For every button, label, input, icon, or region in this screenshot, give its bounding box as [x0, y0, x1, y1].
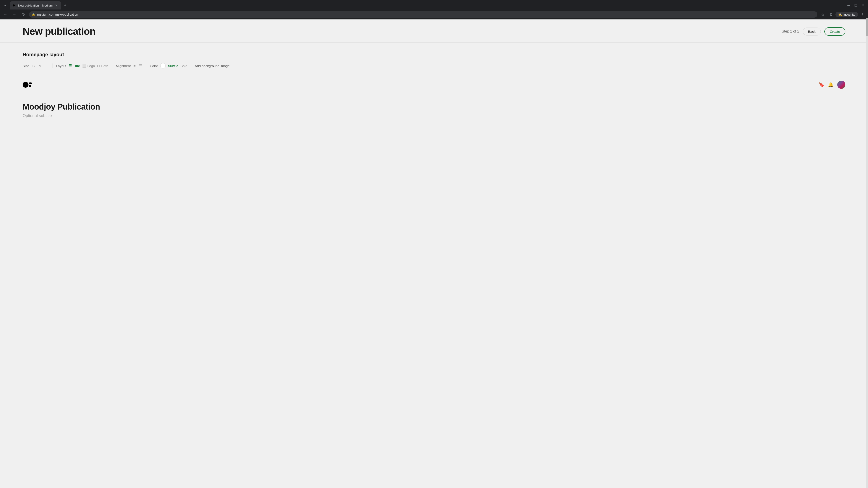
size-l[interactable]: L: [45, 64, 49, 68]
maximize-button[interactable]: ❐: [852, 2, 859, 8]
layout-logo-option[interactable]: ⬜ Logo: [82, 64, 95, 68]
layout-both-icon: ⊟: [97, 64, 100, 68]
address-bar[interactable]: 🔒 medium.com/new-publication: [29, 11, 817, 18]
layout-title-option[interactable]: ☰ Title: [68, 64, 80, 68]
create-button[interactable]: Create: [825, 27, 845, 36]
layout-both-label: Both: [101, 64, 108, 68]
reload-button[interactable]: ↻: [20, 11, 27, 18]
security-icon: 🔒: [32, 13, 35, 16]
alignment-group: Alignment ≡ ☰: [116, 63, 143, 68]
bookmark-star-button[interactable]: ☆: [819, 11, 827, 18]
add-background-button[interactable]: Add background image: [195, 64, 230, 68]
browser-toolbar-right: ☆ ⧉ 🕵 Incognito ⋮: [819, 11, 866, 18]
layout-title-label: Title: [73, 64, 80, 68]
scrollbar-thumb[interactable]: [866, 18, 868, 36]
menu-button[interactable]: ⋮: [859, 11, 866, 18]
tab-favicon: [13, 4, 16, 7]
svg-point-0: [13, 4, 15, 6]
alignment-label: Alignment: [116, 64, 131, 68]
back-nav-button[interactable]: ←: [2, 11, 9, 18]
user-avatar[interactable]: [837, 80, 845, 89]
layout-logo-label: Logo: [88, 64, 95, 68]
divider-4: [191, 64, 191, 68]
step-indicator: Step 2 of 2: [782, 29, 799, 33]
divider-3: [146, 64, 146, 68]
window-controls: ─ ❐ ✕: [845, 2, 866, 8]
divider-1: [52, 64, 53, 68]
preview-area: 🔖 🔔 Moodjoy Publication Optional subtitl…: [23, 74, 845, 123]
color-picker[interactable]: [160, 63, 166, 68]
page-header: New publication Step 2 of 2 Back Create: [0, 20, 868, 43]
align-center-icon[interactable]: ☰: [138, 63, 143, 68]
page-title: New publication: [23, 26, 95, 37]
incognito-indicator: 🕵 Incognito: [835, 12, 858, 17]
medium-logo-svg: [23, 82, 34, 88]
svg-point-3: [23, 82, 29, 88]
layout-toolbar: Size S M L Layout ☰ Title ⬜ Logo ⊟: [23, 63, 845, 68]
address-text: medium.com/new-publication: [37, 13, 815, 16]
browser-chrome: ▾ New publication – Medium ✕ + ─ ❐ ✕: [0, 0, 868, 20]
color-group: Color Subtle Bold: [150, 63, 187, 68]
svg-rect-4: [29, 83, 32, 84]
new-tab-button[interactable]: +: [62, 2, 68, 8]
color-bold[interactable]: Bold: [180, 64, 187, 68]
size-m[interactable]: M: [38, 64, 42, 68]
layout-group: Layout ☰ Title ⬜ Logo ⊟ Both: [56, 64, 108, 68]
active-tab[interactable]: New publication – Medium ✕: [10, 1, 61, 9]
svg-rect-5: [29, 85, 31, 87]
publication-title: Moodjoy Publication: [23, 102, 845, 111]
size-label: Size: [23, 64, 29, 68]
layout-title-icon: ☰: [68, 64, 72, 68]
tab-title: New publication – Medium: [18, 4, 53, 7]
incognito-label: Incognito: [843, 13, 855, 16]
publication-subtitle: Optional subtitle: [23, 113, 845, 118]
tab-close-button[interactable]: ✕: [54, 3, 58, 7]
preview-nav-right: 🔖 🔔: [819, 80, 845, 89]
back-button[interactable]: Back: [803, 28, 821, 35]
browser-titlebar: ▾ New publication – Medium ✕ + ─ ❐ ✕: [0, 0, 868, 9]
layout-logo-icon: ⬜: [82, 64, 86, 68]
section-title: Homepage layout: [23, 52, 845, 58]
browser-controls-left: ▾: [2, 2, 8, 8]
svg-rect-1: [15, 4, 16, 5]
incognito-icon: 🕵: [838, 13, 842, 16]
forward-nav-button[interactable]: →: [11, 11, 18, 18]
preview-bell-icon[interactable]: 🔔: [828, 82, 834, 88]
minimize-button[interactable]: ─: [845, 2, 852, 8]
header-right: Step 2 of 2 Back Create: [782, 27, 845, 36]
browser-scrollbar[interactable]: [866, 18, 868, 488]
preview-bookmark-icon[interactable]: 🔖: [819, 82, 825, 88]
split-screen-button[interactable]: ⧉: [827, 11, 835, 18]
layout-both-option[interactable]: ⊟ Both: [97, 64, 108, 68]
medium-logo: [23, 82, 34, 88]
page-content: Homepage layout Size S M L Layout ☰ Titl…: [0, 43, 868, 139]
color-subtle[interactable]: Subtle: [168, 64, 178, 68]
tab-list-button[interactable]: ▾: [2, 2, 8, 8]
close-button[interactable]: ✕: [860, 2, 866, 8]
publication-content: Moodjoy Publication Optional subtitle: [23, 91, 845, 118]
tab-strip: New publication – Medium ✕ +: [10, 1, 845, 9]
preview-navbar: 🔖 🔔: [23, 78, 845, 91]
divider-2: [112, 64, 112, 68]
layout-label: Layout: [56, 64, 66, 68]
svg-rect-2: [15, 6, 16, 6]
color-label: Color: [150, 64, 158, 68]
size-s[interactable]: S: [31, 64, 35, 68]
page: New publication Step 2 of 2 Back Create …: [0, 20, 868, 488]
browser-toolbar: ← → ↻ 🔒 medium.com/new-publication ☆ ⧉ 🕵…: [0, 9, 868, 20]
size-group: Size S M L: [23, 64, 49, 68]
align-left-icon[interactable]: ≡: [133, 63, 136, 68]
